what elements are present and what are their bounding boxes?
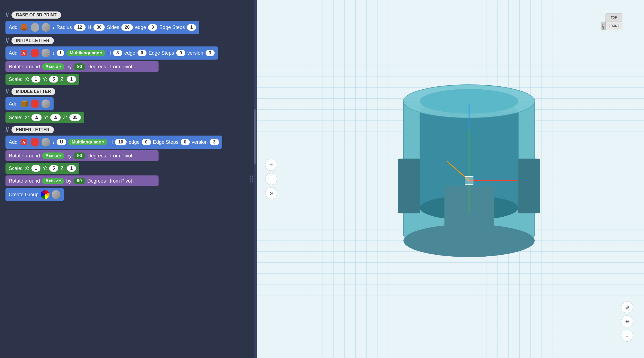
cylinder-icon — [20, 23, 28, 32]
bottom-controls: ⊕ ⊖ = — [621, 301, 633, 342]
viewport-menu-button[interactable]: ⊙ — [265, 187, 277, 199]
initial-add-row[interactable]: Add A ‹ I Multilanguage ▾ H 8 edge 0 Edg… — [5, 46, 218, 60]
svg-text:TOP: TOP — [611, 16, 617, 19]
base-add-row[interactable]: Add ‹ Radius 12 H 30 Sides 20 edge 0 Edg… — [5, 21, 199, 34]
ender-rotate1-row[interactable]: Rotate around Axis x ▾ by 90 Degrees fro… — [5, 150, 159, 161]
zoom-out-button[interactable]: − — [265, 173, 277, 185]
red-circle-icon-3 — [31, 138, 39, 146]
zoom-in-button[interactable]: + — [265, 159, 277, 171]
ender-rotate1-block: Rotate around Axis x ▾ by 90 Degrees fro… — [5, 150, 251, 161]
initial-rotate-block: Rotate around Axis x ▾ by 90 Degrees fro… — [5, 61, 251, 72]
gray-circle-icon-4 — [52, 190, 60, 199]
gray-circle-icon-3 — [42, 138, 50, 146]
equals-button[interactable]: = — [621, 330, 633, 342]
svg-rect-5 — [21, 102, 26, 107]
colorful-icon — [41, 190, 49, 199]
box-icon — [20, 99, 28, 108]
middle-add-block: Add — [5, 97, 251, 110]
ender-rotate2-row[interactable]: Rotate around Axis z ▾ by 90 Degrees fro… — [5, 175, 159, 186]
base-add-block: Add ‹ Radius 12 H 30 Sides 20 edge 0 Edg… — [5, 21, 251, 34]
fit-view-button[interactable]: ⊕ — [621, 301, 633, 313]
svg-text:A: A — [22, 140, 25, 145]
ender-scale-row[interactable]: Scale: X: 1 Y: 5 Z: 1 — [5, 163, 79, 174]
initial-comment-label: INITIAL LETTER — [11, 37, 54, 44]
red-circle-icon-2 — [31, 99, 39, 108]
red-circle-icon-1 — [31, 49, 39, 57]
initial-add-block: Add A ‹ I Multilanguage ▾ H 8 edge 0 Edg… — [5, 46, 251, 60]
svg-text:LEFT: LEFT — [602, 24, 604, 30]
zoom-controls: + − ⊙ — [265, 159, 277, 199]
svg-point-2 — [21, 28, 27, 31]
section-middle-comment: // MIDDLE LETTER — [5, 88, 251, 95]
middle-scale-block: Scale: X: .5 Y: .5 Z: 35 — [5, 112, 251, 123]
resize-handle[interactable] — [250, 176, 253, 183]
middle-scale-row[interactable]: Scale: X: .5 Y: .5 Z: 35 — [5, 112, 84, 123]
svg-text:FRONT: FRONT — [609, 24, 619, 27]
middle-comment-label: MIDDLE LETTER — [11, 88, 55, 95]
sphere-icon — [31, 23, 39, 32]
initial-rotate-row[interactable]: Rotate around Axis x ▾ by 90 Degrees fro… — [5, 61, 159, 72]
create-group-block: Create Group — [5, 188, 251, 201]
ender-rotate2-block: Rotate around Axis z ▾ by 90 Degrees fro… — [5, 175, 251, 186]
gray-circle-icon — [42, 23, 50, 32]
scrollbar[interactable] — [254, 0, 257, 358]
create-group-row[interactable]: Create Group — [5, 188, 64, 201]
zoom-out-bottom-button[interactable]: ⊖ — [621, 315, 633, 327]
middle-add-row[interactable]: Add — [5, 97, 54, 110]
initial-scale-row[interactable]: Scale: X: 1 Y: 5 Z: 1 — [5, 74, 79, 85]
svg-rect-24 — [518, 159, 540, 213]
svg-rect-23 — [398, 159, 420, 213]
3d-object — [376, 77, 562, 274]
ender-comment-label: ENDER LETTER — [11, 126, 54, 133]
section-base-comment: // BASE OF 3D PRINT — [5, 11, 251, 19]
svg-rect-31 — [465, 177, 473, 185]
gray-circle-icon-2 — [42, 99, 50, 108]
ender-scale-block: Scale: X: 1 Y: 5 Z: 1 — [5, 163, 251, 174]
letter-icon-2: A — [20, 138, 28, 146]
ender-add-row[interactable]: Add A ‹ U Multilanguage ▾ H 10 edge 0 Ed… — [5, 136, 222, 149]
orientation-cube[interactable]: TOP LEFT FRONT — [600, 8, 628, 36]
section-ender-comment: // ENDER LETTER — [5, 126, 251, 133]
3d-viewport[interactable]: TOP LEFT FRONT + − ⊙ — [257, 0, 644, 358]
initial-scale-block: Scale: X: 1 Y: 5 Z: 1 — [5, 74, 251, 85]
letter-icon-1: A — [20, 49, 28, 57]
ender-add-block: Add A ‹ U Multilanguage ▾ H 10 edge 0 Ed… — [5, 136, 251, 149]
svg-text:A: A — [22, 51, 25, 55]
base-comment-label: BASE OF 3D PRINT — [11, 11, 61, 19]
section-initial-comment: // INITIAL LETTER — [5, 37, 251, 44]
block-editor-panel: // BASE OF 3D PRINT Add ‹ Radius 12 H 30… — [0, 0, 257, 358]
gray-circle-icon-1 — [42, 49, 50, 57]
